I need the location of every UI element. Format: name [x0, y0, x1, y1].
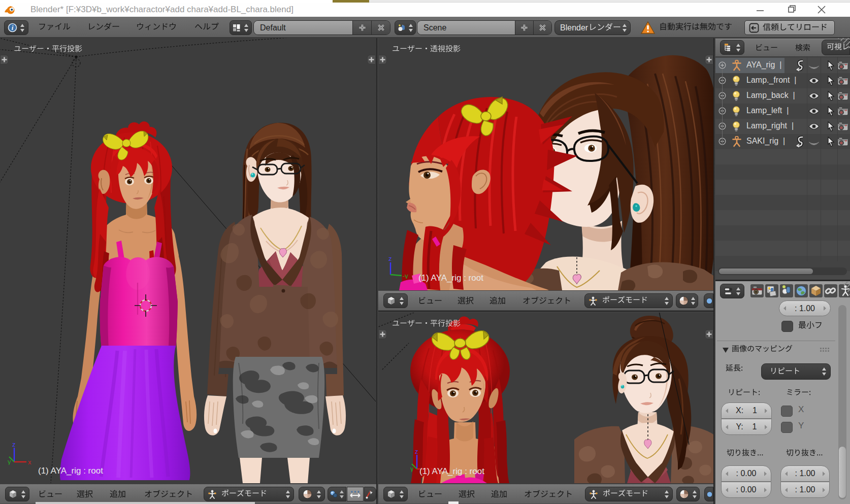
svg-text:z: z — [388, 255, 392, 262]
svg-text:x: x — [28, 458, 31, 465]
svg-text:y: y — [410, 465, 414, 472]
svg-text:z: z — [12, 442, 16, 448]
svg-text:i: i — [11, 24, 13, 31]
svg-text:z: z — [415, 449, 418, 455]
svg-text:-y: -y — [403, 272, 408, 279]
svg-text:y: y — [8, 458, 11, 465]
